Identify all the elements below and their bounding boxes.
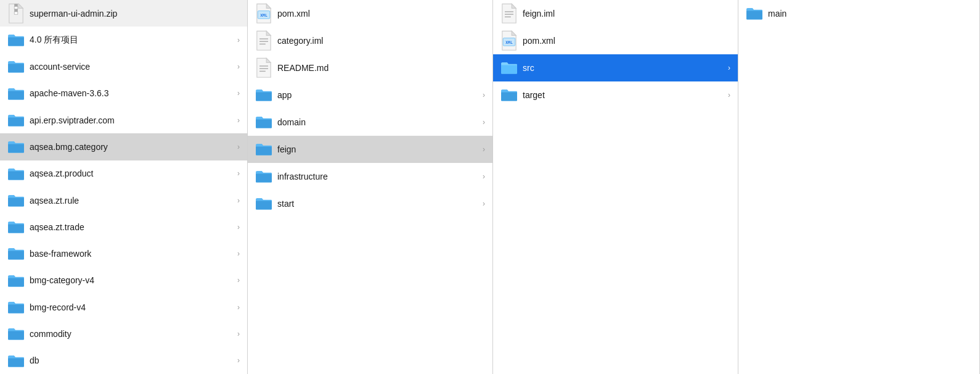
item-label: main [768,9,972,19]
list-item[interactable]: aqsea.zt.trade› [0,214,247,240]
folder-icon [7,272,25,289]
item-label: pom.xml [277,9,485,19]
svg-rect-2 [14,9,18,12]
chevron-right-icon: › [237,89,240,98]
list-item[interactable]: superman-ui-admin.zip [0,0,247,27]
list-item[interactable]: infrastructure› [248,163,492,190]
item-label: start [277,199,480,209]
column-2: XML pom.xml category.iml README.md app› … [248,0,493,374]
folder-icon [746,5,763,22]
list-item[interactable]: base-framework› [0,241,247,267]
item-label: target [523,90,725,100]
folder-icon [7,85,25,102]
list-item[interactable]: feign› [248,136,492,163]
chevron-right-icon: › [237,330,240,338]
svg-rect-1 [14,6,18,9]
folder-icon [7,165,25,182]
list-item[interactable]: main [738,0,979,27]
list-item[interactable]: XML pom.xml [248,0,492,27]
svg-rect-3 [14,12,18,14]
chevron-right-icon: › [483,145,485,154]
zip-file-icon [7,5,25,22]
folder-icon [7,325,25,343]
folder-icon [255,86,272,104]
folder-icon [7,192,25,209]
item-label: commodity [30,329,235,339]
item-label: infrastructure [277,172,480,181]
chevron-right-icon: › [237,223,240,231]
folder-icon [7,112,25,129]
chevron-right-icon: › [237,303,240,312]
item-label: superman-ui-admin.zip [30,9,240,19]
item-label: pom.xml [523,36,730,46]
item-label: apache-maven-3.6.3 [30,88,235,98]
list-item[interactable]: README.md [248,54,492,81]
chevron-right-icon: › [237,143,240,151]
folder-icon [255,168,272,185]
item-label: README.md [277,63,485,73]
list-item[interactable]: bmg-record-v4› [0,294,247,320]
item-label: api.erp.sviptrader.com [30,115,235,125]
item-label: app [277,90,480,100]
chevron-right-icon: › [237,249,240,258]
chevron-right-icon: › [483,172,485,181]
list-item[interactable]: aqsea.zt.product› [0,160,247,187]
list-item[interactable]: target› [493,81,738,109]
chevron-right-icon: › [728,64,730,72]
item-label: domain [277,117,480,127]
item-label: account-service [30,62,235,72]
item-label: bmg-category-v4 [30,275,235,285]
folder-icon [7,138,25,156]
chevron-right-icon: › [237,116,240,125]
column-1: superman-ui-admin.zip 4.0 所有项目› account-… [0,0,248,374]
xml-file-icon: XML [255,5,272,22]
list-item[interactable]: aqsea.zt.rule› [0,187,247,214]
list-item[interactable]: db› [0,347,247,374]
folder-icon [255,141,272,158]
item-label: src [523,63,725,73]
folder-icon [255,114,272,131]
folder-icon [7,245,25,262]
folder-icon [7,218,25,236]
list-item[interactable]: app› [248,81,492,109]
folder-icon [7,31,25,49]
chevron-right-icon: › [237,62,240,71]
folder-icon [255,195,272,212]
list-item[interactable]: XML pom.xml [493,27,738,54]
item-label: base-framework [30,249,235,259]
item-label: category.iml [277,36,485,46]
list-item[interactable]: apache-maven-3.6.3› [0,80,247,107]
list-item[interactable]: domain› [248,109,492,136]
list-item[interactable]: commodity› [0,320,247,347]
list-item[interactable]: bmg-category-v4› [0,267,247,294]
svg-rect-0 [14,4,18,6]
list-item[interactable]: api.erp.sviptrader.com› [0,107,247,133]
file-icon [255,32,272,49]
svg-text:XML: XML [505,41,513,45]
folder-icon [500,86,518,104]
item-label: aqsea.zt.rule [30,196,235,206]
chevron-right-icon: › [483,199,485,208]
list-item[interactable]: src› [493,54,738,81]
list-item[interactable]: feign.iml [493,0,738,27]
item-label: bmg-record-v4 [30,302,235,312]
list-item[interactable]: start› [248,190,492,217]
chevron-right-icon: › [237,276,240,285]
chevron-right-icon: › [483,118,485,127]
list-item[interactable]: aqsea.bmg.category› [0,133,247,160]
list-item[interactable]: category.iml [248,27,492,54]
folder-icon [7,352,25,369]
folder-icon [7,299,25,316]
chevron-right-icon: › [237,169,240,178]
file-icon [255,59,272,77]
chevron-right-icon: › [237,196,240,205]
list-item[interactable]: 4.0 所有项目› [0,27,247,53]
item-label: feign [277,144,480,154]
item-label: feign.iml [523,9,730,19]
list-item[interactable]: account-service› [0,54,247,80]
file-icon [500,5,518,22]
svg-text:XML: XML [260,14,267,18]
chevron-right-icon: › [728,91,730,99]
xml-file-icon: XML [500,32,518,49]
folder-icon [500,59,518,77]
